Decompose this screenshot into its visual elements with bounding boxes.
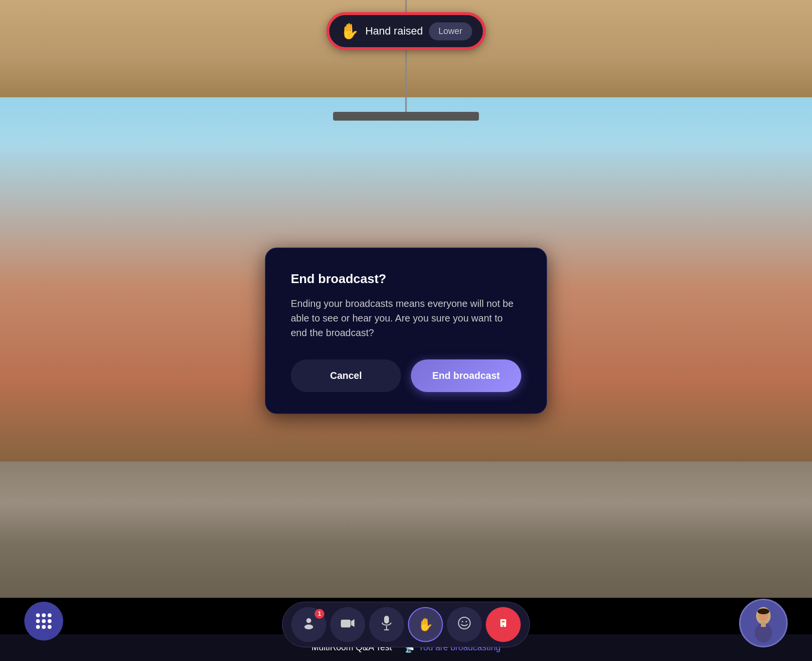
modal-overlay: End broadcast? Ending your broadcasts me…	[0, 0, 812, 661]
dialog-title: End broadcast?	[291, 271, 521, 286]
hand-raised-icon: ✋	[340, 22, 359, 40]
dialog-body: Ending your broadcasts means everyone wi…	[291, 296, 521, 340]
end-broadcast-dialog: End broadcast? Ending your broadcasts me…	[265, 248, 547, 414]
cancel-button[interactable]: Cancel	[291, 359, 401, 392]
end-broadcast-button[interactable]: End broadcast	[411, 359, 521, 392]
lower-hand-button[interactable]: Lower	[429, 22, 472, 40]
hand-raised-notification: ✋ Hand raised Lower	[328, 14, 484, 49]
dialog-buttons: Cancel End broadcast	[291, 359, 521, 392]
hand-raised-text: Hand raised	[365, 25, 423, 37]
